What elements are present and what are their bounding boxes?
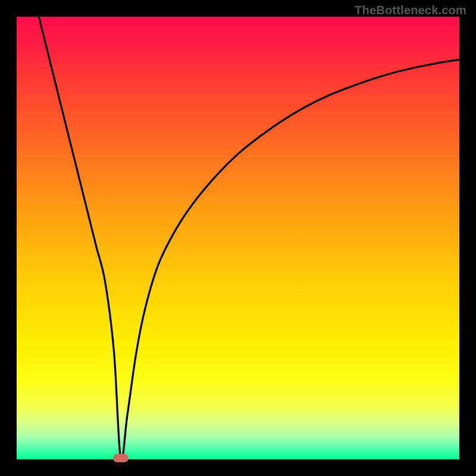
optimal-marker bbox=[113, 454, 129, 462]
plot-area bbox=[17, 17, 459, 459]
curve-svg bbox=[17, 17, 459, 459]
bottleneck-curve bbox=[39, 17, 459, 459]
watermark-text: TheBottleneck.com bbox=[355, 4, 466, 17]
outer-frame: TheBottleneck.com bbox=[0, 0, 476, 476]
